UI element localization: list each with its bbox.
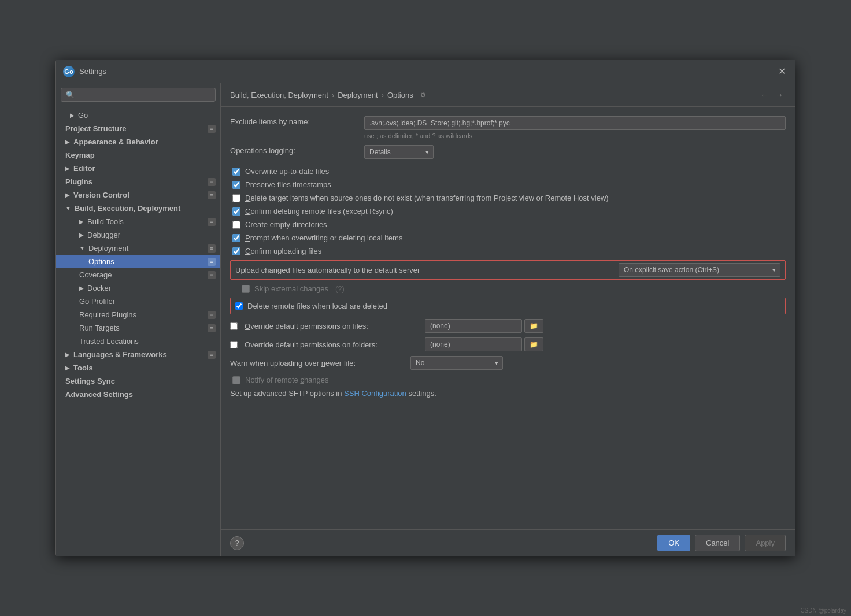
arrow-icon: ▶	[79, 232, 84, 238]
perms-folders-input[interactable]	[425, 337, 522, 351]
badge-icon: ≡	[208, 351, 216, 359]
badge-icon: ≡	[208, 271, 216, 279]
exclude-row: Exclude items by name: use ; as delimite…	[230, 116, 786, 139]
arrow-icon: ▶	[65, 139, 70, 145]
sidebar-item-project-structure[interactable]: Project Structure ≡	[56, 122, 220, 135]
search-box[interactable]: 🔍	[61, 88, 216, 102]
arrow-icon: ▶	[79, 285, 84, 291]
close-button[interactable]: ✕	[776, 65, 788, 78]
footer-text: Set up advanced SFTP options in	[230, 389, 342, 398]
confirm-upload-checkbox[interactable]	[232, 247, 240, 255]
perms-folders-checkbox[interactable]	[230, 341, 238, 348]
warn-select[interactable]: No Yes	[410, 356, 503, 370]
cb-row-confirm-delete: Confirm deleting remote files (except Rs…	[230, 207, 786, 216]
sidebar-item-debugger[interactable]: ▶ Debugger	[56, 228, 220, 242]
sidebar-item-tools[interactable]: ▶ Tools	[56, 361, 220, 374]
sidebar-item-keymap[interactable]: Keymap	[56, 149, 220, 162]
cb-row-confirm-upload: Confirm uploading files	[230, 247, 786, 255]
sidebar-item-label: Build Tools	[87, 217, 124, 226]
sidebar-item-build-execution-deployment[interactable]: ▼ Build, Execution, Deployment	[56, 202, 220, 215]
sidebar-item-label: Languages & Frameworks	[73, 350, 167, 359]
operations-select[interactable]: Details Info Warning None	[364, 145, 434, 159]
warn-row: Warn when uploading over newer file: No …	[230, 356, 786, 370]
arrow-icon: ▶	[65, 351, 70, 358]
ok-button[interactable]: OK	[657, 535, 690, 551]
preserve-checkbox[interactable]	[232, 181, 240, 189]
arrow-icon: ▶	[65, 192, 70, 198]
sidebar-item-build-tools[interactable]: ▶ Build Tools ≡	[56, 215, 220, 228]
perms-files-input[interactable]	[425, 319, 522, 333]
breadcrumb: Build, Execution, Deployment › Deploymen…	[230, 91, 426, 99]
title-bar-left: Go Settings	[63, 66, 106, 77]
sidebar-item-go[interactable]: ▶ Go	[56, 109, 220, 122]
sidebar-item-editor[interactable]: ▶ Editor	[56, 162, 220, 175]
forward-button[interactable]: →	[773, 89, 786, 101]
sidebar: 🔍 ▶ Go Project Structure ≡ ▶ Appearance …	[56, 83, 221, 556]
app-icon: Go	[63, 66, 75, 77]
ssh-configuration-link[interactable]: SSH Configuration	[344, 389, 406, 398]
sidebar-item-label: Advanced Settings	[65, 390, 133, 399]
sidebar-item-deployment[interactable]: ▼ Deployment ≡	[56, 242, 220, 255]
perms-folders-input-wrapper: 📁	[425, 337, 543, 351]
sidebar-item-options[interactable]: Options ≡	[56, 255, 220, 268]
cb-row-overwrite: Overwrite up-to-date files	[230, 167, 786, 176]
create-empty-checkbox[interactable]	[232, 221, 240, 229]
prompt-overwrite-checkbox[interactable]	[232, 234, 240, 242]
sidebar-item-label: Editor	[73, 164, 95, 173]
cancel-button[interactable]: Cancel	[695, 535, 740, 551]
footer-text-row: Set up advanced SFTP options in SSH Conf…	[230, 389, 786, 398]
overwrite-label: Overwrite up-to-date files	[245, 167, 329, 176]
sidebar-item-label: Required Plugins	[79, 310, 136, 319]
exclude-hint: use ; as delimiter, * and ? as wildcards	[364, 132, 786, 139]
perms-files-label: Override default permissions on files:	[245, 322, 418, 331]
skip-external-checkbox[interactable]	[242, 285, 250, 293]
sidebar-item-run-targets[interactable]: Run Targets ≡	[56, 321, 220, 335]
exclude-input[interactable]	[364, 116, 786, 130]
perms-folders-browse-button[interactable]: 📁	[524, 337, 543, 351]
arrow-icon: ▼	[79, 245, 85, 251]
settings-icon: ⚙	[420, 91, 426, 99]
sidebar-item-coverage[interactable]: Coverage ≡	[56, 268, 220, 281]
sidebar-item-label: Deployment	[88, 244, 128, 253]
sidebar-item-plugins[interactable]: Plugins ≡	[56, 175, 220, 188]
badge-icon: ≡	[208, 191, 216, 199]
delete-target-label: Delete target items when source ones do …	[245, 194, 609, 202]
apply-button[interactable]: Apply	[745, 535, 786, 551]
sidebar-item-docker[interactable]: ▶ Docker	[56, 281, 220, 295]
confirm-delete-checkbox[interactable]	[232, 207, 240, 216]
sidebar-item-languages-frameworks[interactable]: ▶ Languages & Frameworks ≡	[56, 348, 220, 361]
help-button[interactable]: ?	[230, 536, 244, 550]
back-button[interactable]: ←	[758, 89, 771, 101]
upload-select[interactable]: On explicit save action (Ctrl+S) Always …	[619, 263, 780, 277]
sidebar-item-advanced-settings[interactable]: Advanced Settings	[56, 388, 220, 401]
badge-icon: ≡	[208, 218, 216, 226]
sidebar-item-version-control[interactable]: ▶ Version Control ≡	[56, 188, 220, 202]
arrow-icon: ▶	[70, 112, 75, 118]
perms-files-checkbox[interactable]	[230, 322, 238, 330]
notify-checkbox[interactable]	[232, 376, 240, 384]
sidebar-item-appearance-behavior[interactable]: ▶ Appearance & Behavior	[56, 135, 220, 149]
sidebar-item-label: Build, Execution, Deployment	[75, 204, 180, 213]
sidebar-item-label: Settings Sync	[65, 377, 115, 385]
sidebar-item-label: Go	[78, 111, 88, 120]
sidebar-item-go-profiler[interactable]: Go Profiler	[56, 295, 220, 308]
sidebar-item-label: Run Targets	[79, 324, 120, 332]
delete-remote-label: Delete remote files when local are delet…	[247, 302, 387, 310]
arrow-icon: ▶	[65, 365, 70, 371]
sidebar-item-trusted-locations[interactable]: Trusted Locations	[56, 335, 220, 348]
search-input[interactable]	[77, 91, 210, 99]
title-bar: Go Settings ✕	[56, 60, 795, 83]
delete-remote-checkbox[interactable]	[235, 302, 243, 310]
upload-label: Upload changed files automatically to th…	[235, 266, 420, 274]
prompt-overwrite-label: Prompt when overwriting or deleting loca…	[245, 233, 402, 242]
sidebar-item-label: Plugins	[65, 177, 92, 186]
delete-target-checkbox[interactable]	[232, 194, 240, 202]
sidebar-item-label: Project Structure	[65, 124, 126, 133]
watermark: CSDN @polarday	[800, 607, 846, 614]
overwrite-checkbox[interactable]	[232, 168, 240, 176]
nav-tree: ▶ Go Project Structure ≡ ▶ Appearance & …	[56, 106, 220, 556]
sidebar-item-settings-sync[interactable]: Settings Sync	[56, 374, 220, 388]
sidebar-item-required-plugins[interactable]: Required Plugins ≡	[56, 308, 220, 321]
perms-files-browse-button[interactable]: 📁	[524, 319, 543, 333]
sidebar-item-label: Options	[88, 257, 114, 266]
